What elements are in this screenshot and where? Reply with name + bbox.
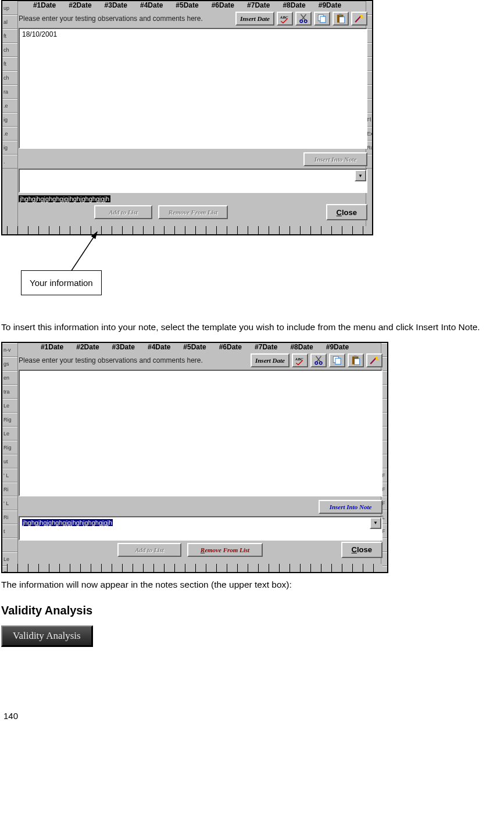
paste-icon[interactable] <box>333 12 349 26</box>
remove-from-list-button: Remove From List <box>158 205 228 219</box>
insert-into-note-button: Insert Into Note <box>303 152 367 166</box>
note-textarea[interactable] <box>19 370 383 496</box>
date-tab[interactable]: #5Date <box>178 343 210 351</box>
svg-rect-13 <box>335 358 341 364</box>
svg-line-8 <box>71 232 97 271</box>
date-tabs: #1Date #2Date #3Date #4Date #5Date #6Dat… <box>2 1 372 9</box>
date-tab[interactable]: #9Date <box>321 343 353 351</box>
date-tab[interactable]: #6Date <box>215 343 246 351</box>
paragraph-2: The information will now appear in the n… <box>1 579 503 591</box>
date-tab[interactable]: #6Date <box>207 1 239 9</box>
date-tab[interactable]: #1Date <box>28 1 60 9</box>
date-tab[interactable]: #8Date <box>285 343 317 351</box>
dropdown-icon[interactable]: ▼ <box>370 517 381 529</box>
date-tab[interactable]: #9Date <box>314 1 346 9</box>
remove-from-list-button[interactable]: Remove From List <box>187 543 263 557</box>
section-heading: Validity Analysis <box>1 604 503 617</box>
callout-arrow <box>59 230 129 276</box>
paste-icon[interactable] <box>348 353 364 367</box>
svg-rect-16 <box>355 359 360 365</box>
template-combo[interactable]: ▼ <box>19 169 367 193</box>
paragraph-1: To insert this information into your not… <box>1 321 503 334</box>
copy-icon[interactable] <box>314 12 330 26</box>
screenshot-1: up al ft ch ft ch ra .e ig .e ig . Fl Ex… <box>1 0 373 235</box>
svg-rect-15 <box>354 356 357 357</box>
svg-point-10 <box>315 362 318 364</box>
status-strip: jhghgjhgjghghgjgjhghjghghgjgjh <box>19 193 367 203</box>
insert-date-button[interactable]: Insert Date <box>251 353 289 367</box>
combo-text[interactable] <box>20 170 355 192</box>
date-tab[interactable]: #4Date <box>135 1 167 9</box>
instruction-text: Please enter your testing observations a… <box>19 15 233 23</box>
date-tab[interactable]: #7Date <box>242 1 274 9</box>
date-tab[interactable]: #2Date <box>64 1 96 9</box>
template-combo[interactable]: jhghgjhgjghghgjgjhghjghghgjgjh ▼ <box>19 516 383 541</box>
add-to-list-button: Add to List <box>94 205 152 219</box>
svg-rect-7 <box>339 17 345 23</box>
close-button[interactable]: Close <box>326 204 367 220</box>
add-to-list-button: Add to List <box>117 543 181 557</box>
date-tab[interactable]: #4Date <box>143 343 175 351</box>
ruler-strip <box>7 564 383 572</box>
date-tabs: #1Date #2Date #3Date #4Date #5Date #6Dat… <box>2 343 387 351</box>
date-tab[interactable]: #5Date <box>171 1 203 9</box>
spellcheck-icon[interactable]: ABC <box>277 12 293 26</box>
insert-into-note-button[interactable]: Insert Into Note <box>319 500 383 514</box>
date-tab[interactable]: #3Date <box>108 343 140 351</box>
callout-label: Your information <box>21 270 102 295</box>
svg-rect-4 <box>320 16 326 23</box>
svg-rect-6 <box>339 14 342 16</box>
insert-date-button[interactable]: Insert Date <box>235 12 274 26</box>
svg-point-1 <box>300 20 303 23</box>
note-textarea[interactable]: 18/10/2001 <box>19 28 367 149</box>
close-button[interactable]: Close <box>341 542 383 558</box>
wand-icon[interactable] <box>366 353 383 367</box>
date-tab[interactable]: #2Date <box>72 343 103 351</box>
wand-icon[interactable] <box>351 12 367 26</box>
date-tab[interactable]: #1Date <box>36 343 68 351</box>
date-tab[interactable]: #8Date <box>278 1 310 9</box>
svg-point-2 <box>305 20 308 23</box>
cut-icon[interactable] <box>310 353 327 367</box>
date-tab[interactable]: #3Date <box>100 1 132 9</box>
instruction-text: Please enter your testing observations a… <box>19 356 248 364</box>
svg-point-11 <box>320 362 323 364</box>
copy-icon[interactable] <box>329 353 345 367</box>
validity-analysis-button[interactable]: Validity Analysis <box>1 625 93 647</box>
page-number: 140 <box>3 711 18 721</box>
screenshot-2: n-v gs en tra Le Rig Le Rig ut ' L Ri ' … <box>1 342 388 573</box>
combo-text[interactable]: jhghgjhgjghghgjgjhghjghghgjgjh <box>20 517 370 539</box>
cut-icon[interactable] <box>295 12 312 26</box>
dropdown-icon[interactable]: ▼ <box>355 170 366 181</box>
spellcheck-icon[interactable]: ABC <box>292 353 308 367</box>
date-tab[interactable]: #7Date <box>250 343 282 351</box>
status-text: jhghgjhgjghghgjgjhghjghghgjgjh <box>19 195 110 202</box>
